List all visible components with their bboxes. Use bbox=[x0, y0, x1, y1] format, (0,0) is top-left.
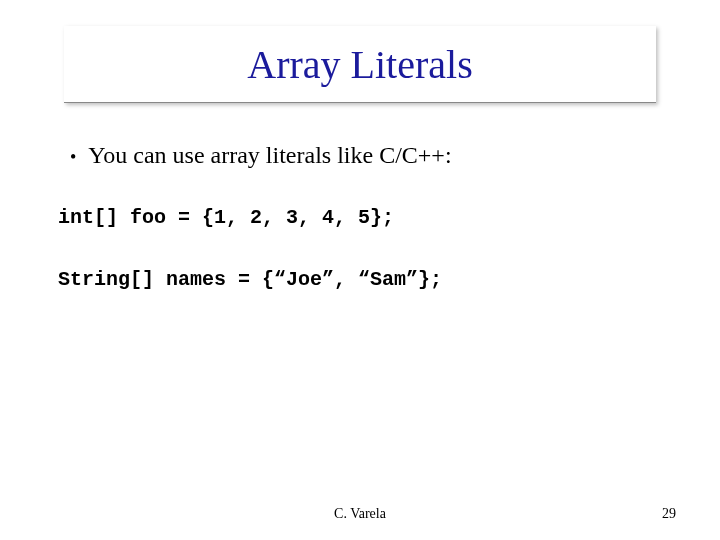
slide: Array Literals •You can use array litera… bbox=[0, 0, 720, 540]
code-line-1: int[] foo = {1, 2, 3, 4, 5}; bbox=[58, 206, 394, 229]
footer-author: C. Varela bbox=[0, 506, 720, 522]
bullet-item: •You can use array literals like C/C++: bbox=[70, 142, 452, 169]
code-line-2: String[] names = {“Joe”, “Sam”}; bbox=[58, 268, 442, 291]
bullet-dot-icon: • bbox=[70, 147, 76, 168]
bullet-text: You can use array literals like C/C++: bbox=[88, 142, 451, 168]
footer-page-number: 29 bbox=[662, 506, 676, 522]
title-box: Array Literals bbox=[64, 26, 656, 103]
slide-title: Array Literals bbox=[247, 41, 472, 88]
